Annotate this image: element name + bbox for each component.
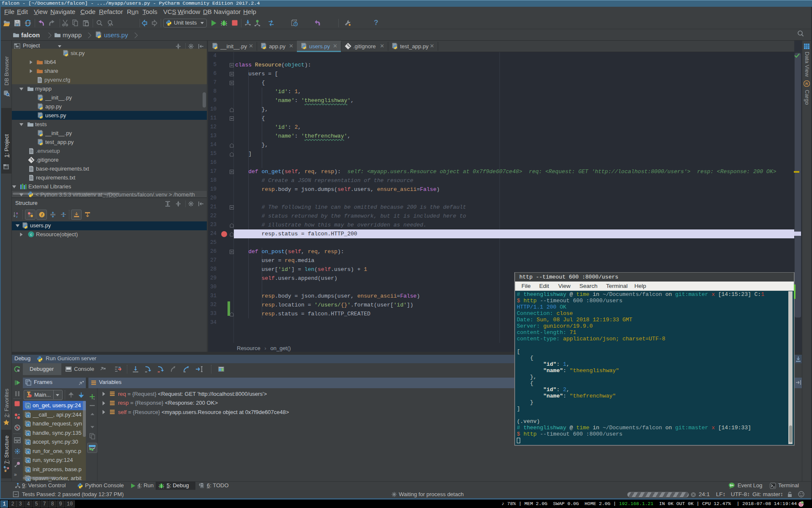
svg-text:A: A: [109, 23, 111, 27]
svg-text:9+: 9+: [730, 483, 733, 487]
svg-text:c: c: [30, 232, 32, 237]
svg-text:R: R: [805, 82, 808, 86]
svg-text:z: z: [16, 215, 18, 218]
